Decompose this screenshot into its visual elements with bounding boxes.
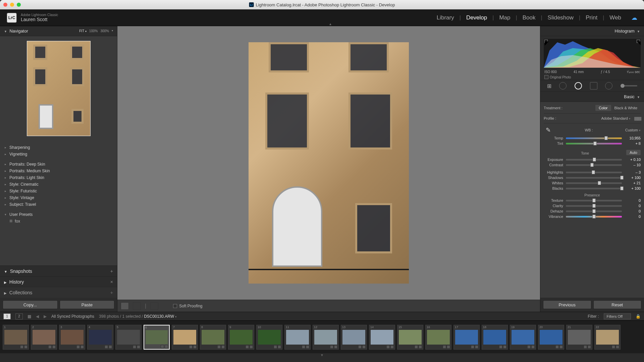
hide-filmstrip-icon[interactable]: ▼ <box>0 353 644 359</box>
basic-panel-header[interactable]: Basic ▼ <box>540 92 644 102</box>
preset-group[interactable]: Portraits: Light Skin <box>0 174 117 181</box>
preset-group[interactable]: Vignetting <box>0 151 117 158</box>
crop-tool-icon[interactable]: ⊞ <box>547 83 551 89</box>
before-after-button[interactable] <box>133 302 141 310</box>
compare-view-button[interactable] <box>150 302 158 310</box>
preset-group[interactable]: Style: Vintage <box>0 194 117 201</box>
filmstrip-thumb[interactable]: 1 <box>3 325 29 350</box>
snapshots-header[interactable]: ▼ Snapshots + <box>0 265 117 276</box>
preset-item[interactable]: fox <box>0 218 117 225</box>
slider-tint[interactable]: Tint+ 8 <box>544 141 641 146</box>
profile-dropdown[interactable]: Adobe Standard ▾ <box>601 116 631 120</box>
filmstrip-thumb[interactable]: 15 <box>397 325 423 350</box>
filmstrip-thumb[interactable]: 6 <box>144 325 170 350</box>
graduated-filter-icon[interactable] <box>590 82 597 89</box>
close-window-button[interactable] <box>3 3 7 7</box>
identity-plate[interactable]: LrC Adobe Lightroom Classic Lauren Scott <box>7 13 58 23</box>
slider-temp[interactable]: Temp10,955 <box>544 135 641 141</box>
auto-tone-button[interactable]: Auto <box>626 150 641 155</box>
slider-vibrance[interactable]: Vibrance0 <box>544 214 641 219</box>
slider-exposure[interactable]: Exposure+ 0.10 <box>544 157 641 162</box>
navigator-zoom-picker[interactable]: FIT ▾100%300%▾ <box>79 29 113 33</box>
filmstrip-thumb[interactable]: 5 <box>115 325 142 350</box>
wb-dropdown[interactable]: Custom ▾ <box>625 128 641 132</box>
original-photo-toggle[interactable]: Original Photo <box>544 75 571 79</box>
source-label[interactable]: All Synced Photographs <box>51 314 94 319</box>
module-slideshow[interactable]: Slideshow <box>542 14 579 21</box>
filmstrip-thumb[interactable]: 22 <box>594 325 621 350</box>
filmstrip-thumb[interactable]: 17 <box>453 325 480 350</box>
loupe-view-button[interactable] <box>121 302 129 310</box>
navigator-preview[interactable] <box>0 36 117 143</box>
nav-forward-icon[interactable]: ▶ <box>44 314 47 319</box>
filmstrip-thumb[interactable]: 21 <box>566 325 592 350</box>
slider-clarity[interactable]: Clarity0 <box>544 203 641 208</box>
filmstrip-thumb[interactable]: 18 <box>482 325 508 350</box>
nav-back-icon[interactable]: ◀ <box>36 314 39 319</box>
filmstrip-thumb[interactable]: 9 <box>228 325 254 350</box>
slider-texture[interactable]: Texture0 <box>544 198 641 203</box>
slider-blacks[interactable]: Blacks+ 100 <box>544 186 641 191</box>
module-map[interactable]: Map <box>494 14 516 21</box>
clear-history-icon[interactable]: × <box>110 279 113 285</box>
reset-button[interactable]: Reset <box>593 300 642 309</box>
module-print[interactable]: Print <box>580 14 603 21</box>
filmstrip-thumb[interactable]: 11 <box>284 325 311 350</box>
filmstrip-thumb[interactable]: 4 <box>87 325 113 350</box>
collections-header[interactable]: ▶ Collections + <box>0 287 117 298</box>
redeye-tool-icon[interactable] <box>575 82 582 89</box>
spot-removal-icon[interactable] <box>559 82 567 89</box>
filter-dropdown[interactable]: Filters Off <box>604 313 631 319</box>
grid-view-icon[interactable]: ▦ <box>28 314 31 319</box>
slider-contrast[interactable]: Contrast– 10 <box>544 162 641 168</box>
main-photo-preview[interactable] <box>249 42 409 284</box>
module-book[interactable]: Book <box>517 14 541 21</box>
slider-shadows[interactable]: Shadows+ 100 <box>544 175 641 180</box>
preset-group[interactable]: Style: Cinematic <box>0 181 117 188</box>
primary-display-button[interactable]: 1 <box>3 313 11 319</box>
treatment-color-tab[interactable]: Color <box>595 105 611 111</box>
paste-settings-button[interactable]: Paste <box>60 300 115 309</box>
filmstrip-thumb[interactable]: 14 <box>369 325 395 350</box>
filmstrip-thumb[interactable]: 7 <box>172 325 198 350</box>
filmstrip-thumb[interactable]: 16 <box>425 325 451 350</box>
previous-button[interactable]: Previous <box>543 300 591 309</box>
filmstrip-thumb[interactable]: 8 <box>200 325 226 350</box>
navigator-header[interactable]: ▼ Navigator FIT ▾100%300%▾ <box>0 26 117 36</box>
histogram-header[interactable]: Histogram ▼ <box>540 26 644 36</box>
preset-group[interactable]: Style: Futuristic <box>0 188 117 194</box>
histogram-display[interactable]: ◤ ◥ ISO 800 41 mm ƒ / 4.5 ¹⁄₁₆₀₀ sec Ori… <box>540 36 644 80</box>
filmstrip-thumb[interactable]: 12 <box>313 325 339 350</box>
treatment-bw-tab[interactable]: Black & White <box>611 105 641 111</box>
filmstrip-thumb[interactable]: 3 <box>59 325 85 350</box>
add-snapshot-icon[interactable]: + <box>110 268 113 274</box>
filmstrip-thumb[interactable]: 20 <box>538 325 564 350</box>
preset-group[interactable]: Sharpening <box>0 144 117 151</box>
highlight-clipping-icon[interactable]: ◥ <box>637 40 640 43</box>
filmstrip-thumb[interactable]: 19 <box>510 325 536 350</box>
preset-group[interactable]: Portraits: Medium Skin <box>0 168 117 174</box>
filmstrip-thumb[interactable]: 10 <box>256 325 282 350</box>
add-collection-icon[interactable]: + <box>110 290 113 295</box>
preset-group[interactable]: Subject: Travel <box>0 201 117 208</box>
filter-lock-icon[interactable]: 🔒 <box>636 314 641 319</box>
module-web[interactable]: Web <box>604 14 627 21</box>
soft-proofing-toggle[interactable]: Soft Proofing <box>173 304 202 308</box>
maximize-window-button[interactable] <box>17 3 21 7</box>
preset-group[interactable]: Portraits: Deep Skin <box>0 161 117 168</box>
copy-settings-button[interactable]: Copy... <box>3 300 58 309</box>
profile-browser-icon[interactable]: ▦▦ <box>634 116 641 121</box>
slider-dehaze[interactable]: Dehaze0 <box>544 208 641 214</box>
slider-highlights[interactable]: Highlights– 3 <box>544 170 641 175</box>
filmstrip[interactable]: 12345678910111213141516171819202122 <box>0 320 644 353</box>
preset-group[interactable]: User Presets <box>0 211 117 218</box>
module-develop[interactable]: Develop <box>461 14 492 21</box>
slider-whites[interactable]: Whites+ 21 <box>544 180 641 186</box>
filmstrip-thumb[interactable]: 13 <box>341 325 367 350</box>
adjustment-brush-icon[interactable] <box>621 85 637 86</box>
module-library[interactable]: Library <box>431 14 460 21</box>
history-header[interactable]: ▶ History × <box>0 276 117 287</box>
filmstrip-thumb[interactable]: 2 <box>31 325 57 350</box>
minimize-window-button[interactable] <box>10 3 14 7</box>
radial-filter-icon[interactable] <box>605 82 612 89</box>
